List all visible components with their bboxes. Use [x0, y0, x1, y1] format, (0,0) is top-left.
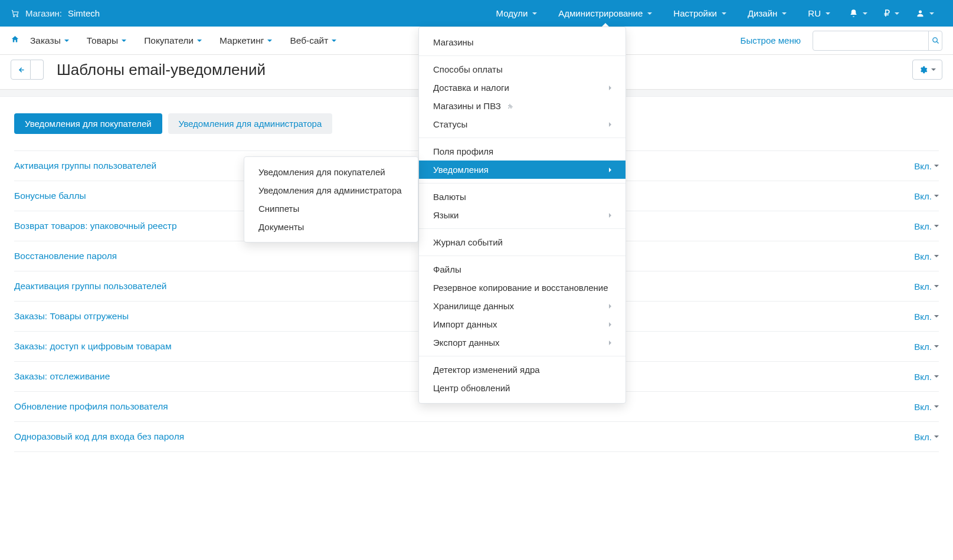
bell-icon	[849, 9, 858, 18]
tab-admin-notifications[interactable]: Уведомления для администратора	[168, 113, 333, 134]
topnav-settings[interactable]: Настройки	[663, 0, 737, 27]
svg-point-2	[919, 11, 922, 14]
notifications-submenu: Уведомления для покупателей Уведомления …	[244, 156, 418, 243]
dd-languages[interactable]: Языки	[419, 206, 625, 224]
dd-files[interactable]: Файлы	[419, 260, 625, 279]
dd-export[interactable]: Экспорт данных	[419, 333, 625, 352]
dd-storage[interactable]: Хранилище данных	[419, 297, 625, 315]
back-button-group	[11, 60, 44, 80]
status-toggle[interactable]: Вкл.	[914, 312, 939, 322]
topnav-modules[interactable]: Модули	[486, 0, 548, 27]
notification-title[interactable]: Бонусные баллы	[14, 191, 86, 201]
topnav-language[interactable]: RU	[797, 0, 841, 27]
status-toggle[interactable]: Вкл.	[914, 342, 939, 352]
status-label: Вкл.	[914, 432, 932, 442]
store-name: Simtech	[68, 8, 100, 18]
topnav-notifications[interactable]	[841, 0, 876, 27]
settings-button[interactable]	[912, 60, 942, 80]
status-toggle[interactable]: Вкл.	[914, 191, 939, 201]
dd-stores-pvz[interactable]: Магазины и ПВЗ	[419, 97, 625, 115]
status-toggle[interactable]: Вкл.	[914, 221, 939, 231]
dd-currencies[interactable]: Валюты	[419, 188, 625, 206]
admin-dropdown: Магазины Способы оплаты Доставка и налог…	[418, 27, 626, 404]
main-nav: Заказы Товары Покупатели Маркетинг Веб-с…	[30, 35, 336, 46]
notification-title[interactable]: Одноразовый код для входа без пароля	[14, 431, 184, 442]
notification-row: Одноразовый код для входа без пароляВкл.	[14, 422, 939, 452]
home-icon	[11, 35, 19, 44]
store-selector[interactable]: Магазин: Simtech	[11, 8, 100, 18]
status-label: Вкл.	[914, 221, 932, 231]
status-label: Вкл.	[914, 251, 932, 261]
topnav-currency[interactable]: ₽	[876, 0, 908, 27]
nav-customers[interactable]: Покупатели	[144, 35, 202, 46]
notification-title[interactable]: Восстановление пароля	[14, 251, 117, 261]
puzzle-icon	[507, 103, 514, 110]
svg-point-0	[14, 16, 15, 17]
topnav-admin[interactable]: Администрирование	[548, 0, 663, 27]
search-icon	[931, 36, 940, 45]
dd-backup[interactable]: Резервное копирование и восстановление	[419, 279, 625, 297]
cart-icon	[11, 9, 19, 18]
status-label: Вкл.	[914, 191, 932, 201]
sub-documents[interactable]: Документы	[244, 218, 418, 236]
status-toggle[interactable]: Вкл.	[914, 432, 939, 442]
dd-shipping[interactable]: Доставка и налоги	[419, 78, 625, 97]
search-box	[813, 31, 942, 51]
quick-menu-link[interactable]: Быстрое меню	[741, 35, 801, 45]
page-title: Шаблоны email-уведомлений	[57, 61, 266, 79]
gear-icon	[919, 66, 928, 74]
status-toggle[interactable]: Вкл.	[914, 251, 939, 261]
store-prefix: Магазин:	[25, 8, 62, 18]
dd-statuses[interactable]: Статусы	[419, 115, 625, 133]
dd-core-detector[interactable]: Детектор изменений ядра	[419, 361, 625, 379]
home-button[interactable]	[11, 35, 30, 46]
dd-log[interactable]: Журнал событий	[419, 233, 625, 251]
topnav-user[interactable]	[908, 0, 942, 27]
notification-title[interactable]: Заказы: отслеживание	[14, 371, 110, 382]
status-toggle[interactable]: Вкл.	[914, 281, 939, 292]
status-label: Вкл.	[914, 281, 932, 292]
sub-cust-notifications[interactable]: Уведомления для покупателей	[244, 163, 418, 181]
notification-title[interactable]: Деактивация группы пользователей	[14, 281, 167, 292]
notification-title[interactable]: Заказы: доступ к цифровым товарам	[14, 341, 172, 352]
nav-website[interactable]: Веб-сайт	[290, 35, 336, 46]
svg-point-1	[17, 16, 18, 17]
notification-title[interactable]: Обновление профиля пользователя	[14, 401, 168, 412]
topbar: Магазин: Simtech Модули Администрировани…	[0, 0, 953, 27]
svg-point-3	[932, 38, 937, 42]
back-dropdown[interactable]	[31, 60, 44, 80]
status-toggle[interactable]: Вкл.	[914, 372, 939, 382]
search-input[interactable]	[813, 36, 928, 45]
topnav-design[interactable]: Дизайн	[737, 0, 797, 27]
nav-orders[interactable]: Заказы	[30, 35, 69, 46]
status-label: Вкл.	[914, 372, 932, 382]
status-label: Вкл.	[914, 312, 932, 322]
nav-marketing[interactable]: Маркетинг	[220, 35, 272, 46]
topnav: Модули Администрирование Настройки Дизай…	[486, 0, 942, 27]
status-toggle[interactable]: Вкл.	[914, 402, 939, 412]
notification-title[interactable]: Заказы: Товары отгружены	[14, 311, 129, 322]
svg-line-4	[936, 41, 938, 43]
status-label: Вкл.	[914, 342, 932, 352]
dd-import[interactable]: Импорт данных	[419, 315, 625, 333]
arrow-left-icon	[17, 66, 25, 74]
tab-customer-notifications[interactable]: Уведомления для покупателей	[14, 113, 162, 134]
notification-title[interactable]: Возврат товаров: упаковочный реестр	[14, 221, 177, 231]
notification-title[interactable]: Активация группы пользователей	[14, 161, 156, 171]
dd-profile-fields[interactable]: Поля профиля	[419, 142, 625, 161]
nav-products[interactable]: Товары	[87, 35, 126, 46]
dd-notifications[interactable]: Уведомления	[419, 161, 625, 179]
search-button[interactable]	[928, 31, 942, 50]
dd-payments[interactable]: Способы оплаты	[419, 60, 625, 78]
status-toggle[interactable]: Вкл.	[914, 161, 939, 171]
dd-stores[interactable]: Магазины	[419, 33, 625, 51]
user-icon	[916, 9, 925, 18]
status-label: Вкл.	[914, 161, 932, 171]
sub-admin-notifications[interactable]: Уведомления для администратора	[244, 181, 418, 199]
dd-updates[interactable]: Центр обновлений	[419, 379, 625, 397]
sub-snippets[interactable]: Сниппеты	[244, 199, 418, 218]
status-label: Вкл.	[914, 402, 932, 412]
back-button[interactable]	[11, 60, 31, 80]
